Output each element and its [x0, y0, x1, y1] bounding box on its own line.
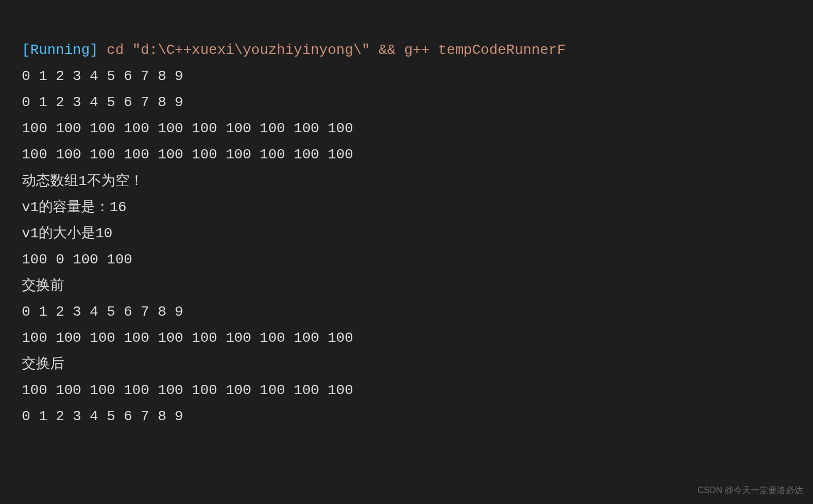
output-line: 100 0 100 100 [22, 251, 140, 268]
output-line: 100 100 100 100 100 100 100 100 100 100 [22, 330, 362, 346]
output-line: 交换前 [22, 278, 64, 294]
output-line: 0 1 2 3 4 5 6 7 8 9 [22, 304, 192, 320]
output-line: 0 1 2 3 4 5 6 7 8 9 [22, 408, 192, 425]
command-text: cd "d:\C++xuexi\youzhiyinyong\" && g++ t… [98, 42, 565, 58]
output-line: 100 100 100 100 100 100 100 100 100 100 [22, 120, 353, 137]
output-line: v1的大小是10 [22, 225, 112, 242]
running-status: [Running] [22, 42, 98, 58]
output-line: v1的容量是：16 [22, 199, 126, 216]
output-line: 0 1 2 3 4 5 6 7 8 9 [22, 94, 192, 110]
output-line: 100 100 100 100 100 100 100 100 100 100 [22, 382, 362, 398]
output-line: 交换后 [22, 356, 64, 372]
output-line: 100 100 100 100 100 100 100 100 100 100 [22, 146, 353, 163]
output-line: 0 1 2 3 4 5 6 7 8 9 [22, 68, 192, 84]
output-line: 动态数组1不为空！ [22, 173, 144, 189]
csdn-watermark: CSDN @今天一定要洛必达 [698, 482, 803, 499]
terminal-output: [Running] cd "d:\C++xuexi\youzhiyinyong\… [22, 11, 791, 430]
